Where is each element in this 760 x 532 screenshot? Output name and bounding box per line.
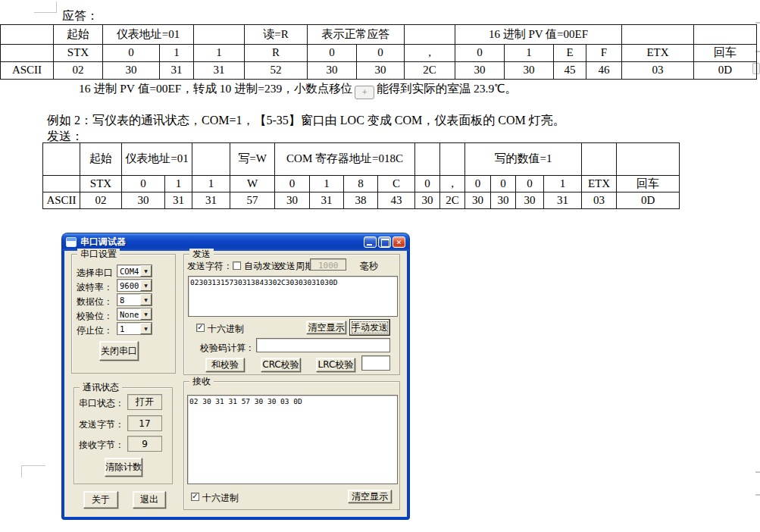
chevron-down-icon[interactable]: ▼ <box>140 323 152 334</box>
checksum-input[interactable] <box>256 338 390 352</box>
cell: 30 <box>516 192 544 209</box>
cell: 1 <box>544 176 582 192</box>
lrc-check-button[interactable]: LRC校验 <box>316 358 355 372</box>
clear-count-button[interactable]: 清除计数 <box>105 458 142 477</box>
cell: STX <box>80 176 122 192</box>
port-select[interactable]: COM4 ▼ <box>117 264 152 277</box>
window-controls: ✕ <box>362 236 405 248</box>
stop-bits-select[interactable]: 1 ▼ <box>117 322 152 335</box>
cell: , <box>440 176 465 192</box>
cell: 03 <box>582 192 617 209</box>
answer-table: 起始 仪表地址=01 读=R 表示正常应答 16 进制 PV 值=00EF ST… <box>0 24 757 80</box>
receive-clear-display-button[interactable]: 清空显示 <box>348 490 392 503</box>
cell: 31 <box>165 192 192 209</box>
cell: 1 <box>194 45 245 62</box>
exit-button[interactable]: 退出 <box>133 491 166 509</box>
port-status-label: 串口状态： <box>79 397 124 410</box>
ms-label: 毫秒 <box>360 260 378 273</box>
send-group-title: 发送 <box>189 249 214 259</box>
baud-rate-value: 9600 <box>120 281 139 290</box>
cell: 57 <box>230 192 275 209</box>
cell <box>617 143 680 176</box>
parity-select[interactable]: None ▼ <box>117 308 152 321</box>
receive-data-textarea[interactable]: 02 30 31 31 57 30 30 03 0D <box>187 395 398 484</box>
margin-tick-3 <box>755 471 760 473</box>
table-row: 起始 仪表地址=01 读=R 表示正常应答 16 进制 PV 值=00EF <box>1 25 757 45</box>
crc-check-button[interactable]: CRC校验 <box>261 358 301 372</box>
parity-value: None <box>120 310 139 319</box>
cell <box>1 25 54 45</box>
cell: 仪表地址=01 <box>103 25 194 45</box>
send-clear-display-button[interactable]: 清空显示 <box>306 321 346 334</box>
cell: STX <box>54 45 103 62</box>
receive-hex-checkbox[interactable]: ✓ <box>191 493 199 501</box>
cell: 0 <box>491 176 516 192</box>
cell: 31 <box>194 62 245 80</box>
port-settings-group: 串口设置 选择串口： COM4 ▼ 波特率： 9600 ▼ 数据位： 8 ▼ 校… <box>71 254 176 374</box>
baud-rate-select[interactable]: 9600 ▼ <box>117 279 152 292</box>
chevron-down-icon[interactable]: ▼ <box>140 294 152 305</box>
cell <box>194 25 245 45</box>
cell: 31 <box>160 62 194 80</box>
receive-group-title: 接收 <box>189 376 214 386</box>
data-bits-value: 8 <box>120 296 124 305</box>
cell: 表示正常应答 <box>308 25 405 45</box>
sent-bytes-label: 发送字节： <box>79 418 124 431</box>
cell: E <box>554 45 586 62</box>
sent-bytes-value: 17 <box>127 415 162 431</box>
send-data-textarea[interactable]: 023031315730313843302C30303031030D <box>188 276 398 317</box>
cell: 0 <box>122 176 165 192</box>
cell: 0 <box>455 45 505 62</box>
checksum-result-field[interactable] <box>361 355 390 371</box>
chevron-down-icon[interactable]: ▼ <box>140 280 152 291</box>
send-period-value: 1000 <box>318 261 339 271</box>
cell: 写的数值=1 <box>465 143 582 176</box>
send-hex-checkbox[interactable]: ✓ <box>196 324 205 332</box>
cell: 46 <box>586 62 622 80</box>
cell: 读=R <box>245 25 308 45</box>
close-button[interactable]: ✕ <box>393 236 405 248</box>
minimize-button[interactable] <box>364 236 377 248</box>
chevron-down-icon[interactable]: ▼ <box>140 308 152 320</box>
cell: 2C <box>440 192 465 209</box>
cell: ASCII <box>43 192 80 209</box>
about-button[interactable]: 关于 <box>83 491 118 509</box>
cell <box>405 25 455 45</box>
client-area: 串口设置 选择串口： COM4 ▼ 波特率： 9600 ▼ 数据位： 8 ▼ 校… <box>64 251 407 517</box>
close-port-button[interactable]: 关闭串口 <box>99 341 139 361</box>
window-title: 串口调试器 <box>80 236 126 249</box>
comm-status-group: 通讯状态 串口状态： 打开 发送字节： 17 接收字节： 9 清除计数 <box>73 387 173 484</box>
select-port-label: 选择串口： <box>77 267 122 280</box>
send-group: 发送 发送字符： 自动发送 发送周期 1000 毫秒 0230313157303… <box>183 254 400 375</box>
data-bits-select[interactable]: 8 ▼ <box>117 293 152 306</box>
cell <box>43 143 80 176</box>
cell: C <box>378 176 415 192</box>
check-icon: ✓ <box>192 493 198 500</box>
cell: 1 <box>505 45 554 62</box>
data-bits-label: 数据位： <box>77 296 113 308</box>
cell: 43 <box>378 192 415 209</box>
cell: 31 <box>192 192 230 209</box>
chevron-down-icon[interactable]: ▼ <box>140 265 152 277</box>
cell: 30 <box>357 62 405 80</box>
manual-send-button[interactable]: 手动发送 <box>349 319 390 336</box>
sum-check-button[interactable]: 和校验 <box>205 358 245 372</box>
auto-send-label: 自动发送 <box>244 260 280 273</box>
cell: ASCII <box>1 62 54 80</box>
cell: W <box>230 176 275 192</box>
cell: 31 <box>544 192 582 209</box>
table-row: ASCII 02 30 31 31 57 30 31 38 43 30 2C 3… <box>43 192 680 209</box>
cell: 03 <box>622 62 694 80</box>
table-row: ASCII 02 30 31 31 52 30 30 2C 30 30 45 4… <box>1 62 757 80</box>
auto-send-checkbox[interactable] <box>233 261 241 270</box>
send-period-input[interactable]: 1000 <box>310 258 346 271</box>
example2-text: 例如 2：写仪表的通讯状态，COM=1，【5-35】窗口由 LOC 变成 COM… <box>47 113 565 129</box>
cell: 1 <box>165 176 192 192</box>
cell: COM 寄存器地址=018C <box>275 143 415 176</box>
maximize-button[interactable] <box>378 236 391 248</box>
cell <box>43 176 80 192</box>
plus-smart-tag[interactable]: + <box>355 86 374 99</box>
cell: 起始 <box>54 25 103 45</box>
serial-debugger-window: 串口调试器 ✕ 串口设置 选择串口： COM4 ▼ 波特率： <box>62 233 409 519</box>
cell: 起始 <box>80 143 122 176</box>
